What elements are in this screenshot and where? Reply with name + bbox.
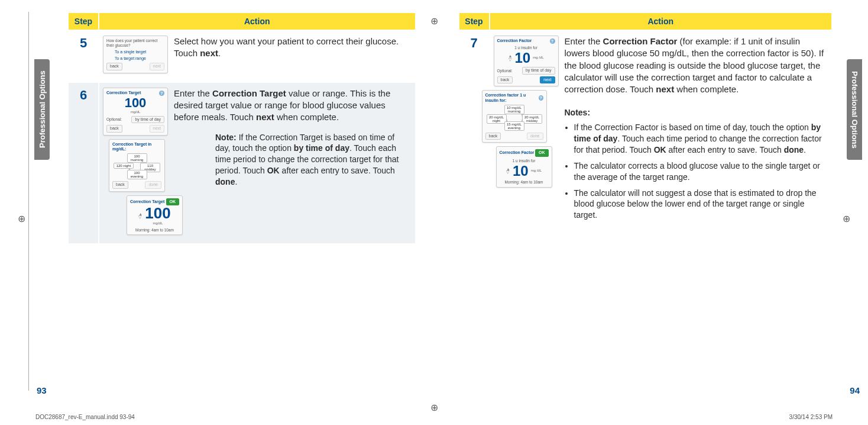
page-number-left: 93	[37, 385, 47, 395]
mock5-back-button: back	[106, 63, 122, 70]
doc-filename: DOC28687_rev-E_manual.indd 93-94	[35, 414, 135, 420]
note-1: If the Correction Factor is based on tim…	[574, 122, 828, 156]
mock7c-title: Correction Factor	[500, 150, 535, 155]
mock6a-back-button: back	[106, 125, 122, 132]
mock7c-ok-button: OK	[535, 149, 549, 156]
mock7b-back-button: back	[485, 133, 501, 140]
mock5-option-single: To a single target	[115, 50, 164, 54]
mock7c-unit: mg /dL	[531, 169, 542, 173]
mock5-option-range: To a target range	[115, 56, 164, 61]
mock7b-evening: 15 mg/dL evening	[504, 121, 524, 131]
step-5-row: 5 How does your patient correct their gl…	[69, 31, 415, 82]
header-step: Step	[69, 13, 98, 30]
mock7b-morning: 10 mg/dL morning	[504, 105, 524, 114]
spinner-arrows-icon: ▲▽	[138, 213, 142, 219]
mock7a-unit: mg /dL	[533, 56, 543, 60]
mock6b-done-button: done	[145, 181, 161, 188]
mock7a-next-button: next	[540, 76, 555, 83]
page-right: Professional Options Step Action 7	[435, 12, 869, 391]
header-step-r: Step	[459, 13, 489, 30]
step-6-mockups: Correction Target ? 100 mg/dL Optional: …	[103, 88, 168, 239]
note-3: The calculator will not suggest a dose t…	[574, 188, 828, 221]
header-action-r: Action	[490, 13, 832, 30]
mock6c-value: 100	[145, 207, 170, 220]
mock7a-optional: Optional:	[497, 69, 513, 73]
mock6c-title: Correction Target	[130, 199, 164, 204]
mock7b-done-button: done	[527, 133, 543, 140]
mock6b-evening: 100 evening	[127, 170, 147, 179]
mock7b-night: 20 mg/dL night	[487, 114, 507, 124]
mock5-question: How does your patient correct their gluc…	[106, 38, 164, 48]
note-2: The calculator corrects a blood glucose …	[574, 160, 828, 183]
page-spread: Professional Options Step Action 5 How d…	[0, 0, 868, 391]
spinner-arrows-icon: ▲▽	[509, 54, 513, 61]
step-5-text: Select how you want your patient to corr…	[174, 36, 412, 77]
notes-heading: Notes:	[565, 107, 828, 118]
spinner-arrows-icon: ▲▽	[506, 168, 510, 174]
step-5-number: 5	[69, 31, 98, 82]
help-icon: ?	[550, 38, 555, 44]
mock6a-bytime-button: by time of day	[131, 116, 164, 123]
page-left: Professional Options Step Action 5 How d…	[0, 12, 435, 391]
header-action: Action	[99, 13, 415, 30]
mock7c-period: Morning: 4am to 10am	[500, 180, 549, 185]
page-number-right: 94	[850, 385, 860, 395]
step-6-number: 6	[69, 83, 98, 244]
mock7b-time-grid: 10 mg/dL morning 20 mg/dL night 20 mg/dL…	[485, 105, 543, 131]
help-icon: ?	[539, 95, 543, 101]
print-footer: DOC28687_rev-E_manual.indd 93-94 3/30/14…	[35, 414, 833, 420]
mock6b-time-grid: 100 morning 120 night 110 midday 100 eve…	[112, 153, 161, 179]
step-7-row: 7 Correction Factor ? 1 u insulin for	[459, 31, 832, 230]
step-6-row: 6 Correction Target ? 100 mg/d	[69, 83, 415, 244]
steps-table-right: Step Action 7 Correction Factor ?	[458, 12, 833, 231]
mock6c-unit: mg/dL	[145, 221, 170, 226]
mock5-next-button: next	[150, 63, 164, 70]
mock6b-back-button: back	[112, 181, 128, 188]
mock6a-next-button: next	[150, 125, 164, 132]
mock6b-night: 120 night	[114, 163, 134, 169]
step-7-mockups: Correction Factor ? 1 u insulin for ▲▽ 1…	[494, 36, 559, 226]
mock7a-title: Correction Factor	[497, 38, 532, 43]
mock6c-period: Morning: 4am to 10am	[130, 228, 179, 233]
side-tab-right: Professional Options	[847, 59, 862, 160]
mock7a-value: 10	[514, 51, 530, 65]
mock6a-unit: mg/dL	[106, 110, 164, 114]
step-5-mockup: How does your patient correct their gluc…	[103, 36, 168, 77]
mock6b-morning: 100 morning	[127, 153, 147, 163]
step-6-text: Enter the Correction Target value or ran…	[174, 88, 412, 239]
mock7c-value: 10	[513, 165, 529, 178]
mock6a-optional: Optional:	[106, 117, 122, 122]
print-timestamp: 3/30/14 2:53 PM	[789, 414, 833, 420]
steps-table-left: Step Action 5 How does your patient corr…	[67, 12, 416, 244]
mock7a-bytime-button: by time of day	[522, 67, 555, 74]
step-6-note: Note: If the Correction Target is based …	[215, 132, 412, 188]
mock7b-title: Correction factor 1 u insulin for:	[485, 93, 539, 103]
mock7a-back-button: back	[497, 76, 513, 83]
step-7-notes: Notes: If the Correction Factor is based…	[565, 107, 828, 221]
registration-mark-bottom: ⊕	[430, 402, 438, 413]
side-tab-left: Professional Options	[34, 59, 50, 160]
mock6b-title: Correction Target in mg/dL:	[112, 142, 161, 152]
mock6a-value: 100	[106, 97, 164, 109]
mock7b-midday: 20 mg/dL midday	[522, 114, 542, 124]
step-7-text: Enter the Correction Factor (for example…	[565, 36, 828, 226]
help-icon: ?	[159, 91, 164, 96]
